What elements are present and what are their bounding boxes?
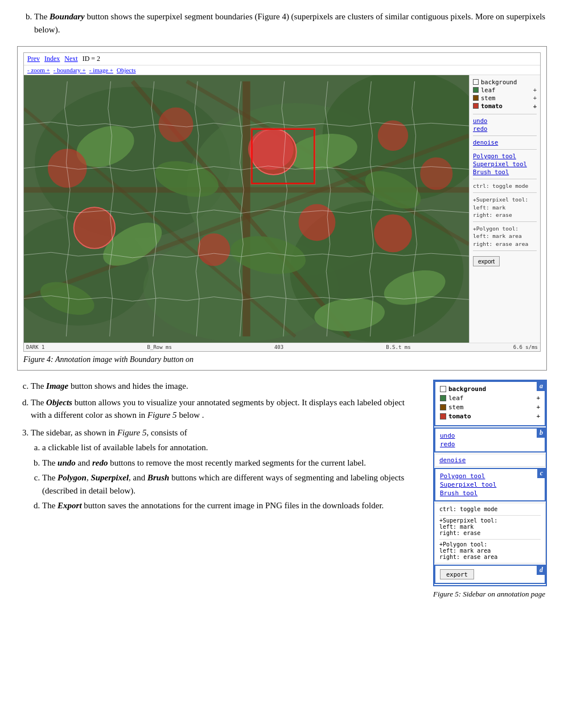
fig5-export-button[interactable]: export [440,569,474,579]
leaf-plus[interactable]: + [533,87,537,93]
fig5-section-a: a background leaf + stem + [434,381,546,426]
zoom-control[interactable]: - zoom + [27,67,50,73]
boundary-bold: Boundary [50,12,85,21]
annotation-header: Prev Index Next ID = 2 [24,53,540,65]
annotation-sidebar-panel: background leaf + stem + tomato [469,75,540,343]
fig5-polygon-tool[interactable]: Polygon tool [440,472,540,480]
export-button[interactable]: export [473,256,500,266]
svg-point-31 [299,204,336,241]
status-bar: DARK 1 B_Row ms 403 B.S.t ms 6.6 s/ms [24,343,540,351]
item-3b: The undo and redo buttons to remove the … [42,456,422,470]
label-tomato[interactable]: tomato + [473,102,537,109]
polygon-tool[interactable]: Polygon tool [473,153,537,159]
id-display: ID = 2 [83,55,100,63]
annotation-main: background leaf + stem + tomato [24,75,540,343]
sidebar-divider-2 [473,135,537,136]
fig5-leaf-text: leaf [448,394,536,402]
objects-bold: Objects [46,398,72,407]
fig5-divider-h2 [439,539,541,540]
sidebar-superpixel-hint: +Superpixel tool: left: mark right: eras… [473,196,537,219]
image-control[interactable]: - image + [89,67,113,73]
fig5-label-a: a [537,381,546,391]
fig5-stem-row: stem + [440,404,540,411]
fig5-ctrl-hint: ctrl: toggle mode [439,506,541,512]
next-link[interactable]: Next [64,55,77,63]
item-b: The Boundary button shows the superpixel… [34,10,547,36]
figure4-caption: Figure 4: Annotation image with Boundary… [23,355,541,364]
status-2: B_Row ms [147,344,172,350]
svg-point-33 [48,149,87,188]
item-b-paragraph: The Boundary button shows the superpixel… [34,10,547,36]
label-leaf[interactable]: leaf + [473,87,537,93]
fig5-divider-h1 [439,515,541,516]
superpixel-tool[interactable]: Superpixel tool [473,161,537,167]
redo-button[interactable]: redo [473,125,537,132]
fig5-bg-text: background [448,385,540,393]
text-content: The Image button shows and hides the ima… [17,380,422,516]
stem-plus[interactable]: + [533,94,537,101]
denoise-button[interactable]: denoise [473,139,537,146]
fig5-tomato-plus[interactable]: + [536,413,540,420]
sidebar-divider-1 [473,114,537,114]
sidebar-divider-7 [473,250,537,251]
sidebar-denoise: denoise [473,139,537,146]
leaf-color [473,87,479,93]
image-bold: Image [46,381,68,390]
item-3: The sidebar, as shown in Figure 5, consi… [31,426,422,512]
brush-tool[interactable]: Brush tool [473,168,537,175]
fig5-brush-tool[interactable]: Brush tool [440,490,540,497]
fig5-leaf-plus[interactable]: + [536,394,540,402]
sidebar-divider-4 [473,179,537,179]
fig5-tomato-color [440,413,446,419]
fig5-section-c: c Polygon tool Superpixel tool Brush too… [434,468,546,501]
sidebar-divider-5 [473,192,537,193]
status-3: 403 [274,344,283,350]
figure5-caption: Figure 5: Sidebar on annotation page [433,589,547,599]
fig5-leaf-row: leaf + [440,394,540,402]
svg-point-32 [420,157,452,190]
fig5-superpixel-hint: +Superpixel tool: left: mark right: eras… [439,517,541,536]
main-content: The Image button shows and hides the ima… [17,380,547,599]
fig5-stem-text: stem [448,404,536,411]
status-4: B.S.t ms [386,344,410,350]
svg-point-24 [248,129,294,170]
svg-point-27 [197,233,230,266]
fig5-tomato-row: tomato + [440,413,540,420]
undo-button[interactable]: undo [473,117,537,124]
fig5-stem-plus[interactable]: + [536,404,540,411]
prev-link[interactable]: Prev [27,55,40,63]
item-3d: The Export button saves the annotations … [42,499,422,512]
bg-checkbox [473,79,479,85]
fig5-denoise-section: denoise [434,454,546,467]
leaf-label-text: leaf [481,87,533,93]
figure5-container: a background leaf + stem + [433,380,547,599]
status-1: DARK 1 [26,344,45,350]
label-stem[interactable]: stem + [473,94,537,101]
svg-point-28 [374,215,412,253]
fig5-label-d: d [537,565,546,575]
boundary-control[interactable]: - boundary + [53,67,86,73]
figure5-ref-1: Figure 5 [147,410,177,419]
index-link[interactable]: Index [44,55,60,63]
fig5-section-b: b undo redo [434,427,546,453]
sidebar-tools: Polygon tool Superpixel tool Brush tool [473,153,537,175]
fig5-polygon-hint: +Polygon tool: left: mark area right: er… [439,541,541,560]
sidebar-undo-redo: undo redo [473,117,537,132]
fig5-superpixel-tool[interactable]: Superpixel tool [440,481,540,488]
redo-bold: redo [92,458,108,467]
label-background[interactable]: background [473,79,537,85]
polygon-bold: Polygon [57,473,87,482]
item-3c: The Polygon, Superpixel, and Brush butto… [42,471,422,497]
status-5: 6.6 s/ms [513,344,538,350]
sidebar-polygon-hint: +Polygon tool: left: mark area right: er… [473,225,537,248]
fig5-bg-checkbox [440,386,446,392]
tomato-label-text: tomato [481,102,533,109]
objects-control[interactable]: Objects [117,67,136,73]
fig5-undo: undo [440,432,540,439]
figure5-ref-2: Figure 5 [117,428,147,437]
fig5-hints-section: ctrl: toggle mode +Superpixel tool: left… [434,503,546,564]
plant-svg [24,75,469,343]
superpixel-bold: Superpixel [90,473,129,482]
annotation-ui: Prev Index Next ID = 2 - zoom + - bounda… [23,52,541,352]
tomato-plus[interactable]: + [533,102,537,109]
